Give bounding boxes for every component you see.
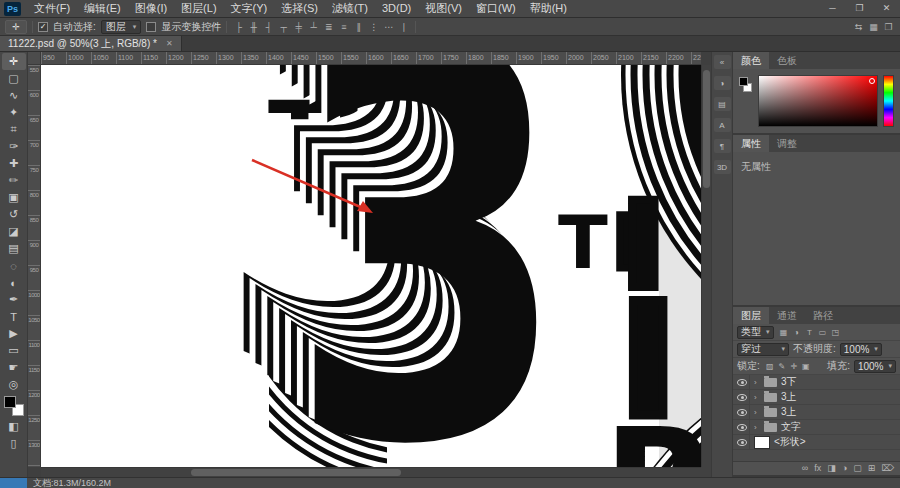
menu-filter[interactable]: 滤镜(T) bbox=[325, 0, 375, 17]
maximize-button[interactable]: ❐ bbox=[846, 0, 873, 17]
visibility-toggle[interactable] bbox=[735, 375, 750, 390]
3d-mode-icon[interactable]: ▦ bbox=[867, 20, 880, 33]
layer-thumbnail[interactable] bbox=[754, 436, 770, 449]
distribute-horizontal-icon[interactable]: ∥ bbox=[352, 20, 365, 33]
expand-group-icon[interactable]: › bbox=[754, 423, 760, 432]
fill-dropdown[interactable]: 100% ▾ bbox=[854, 360, 896, 373]
dodge-tool[interactable]: ◐ bbox=[2, 274, 26, 291]
delete-layer-icon[interactable]: ⌦ bbox=[881, 462, 894, 475]
path-selection-tool[interactable]: ▶ bbox=[2, 325, 26, 342]
distribute-center-icon[interactable]: ⋯ bbox=[382, 20, 395, 33]
collapse-dock-icon[interactable]: « bbox=[714, 55, 731, 69]
hand-tool[interactable]: ☛ bbox=[2, 359, 26, 376]
tab-layers[interactable]: 图层 bbox=[733, 307, 769, 324]
screen-mode-button[interactable]: ▯ bbox=[2, 435, 26, 452]
minimize-button[interactable]: ─ bbox=[819, 0, 846, 17]
menu-edit[interactable]: 编辑(E) bbox=[77, 0, 128, 17]
close-button[interactable]: ✕ bbox=[873, 0, 900, 17]
document-tab[interactable]: 11222.psd @ 50%(3 上, RGB/8) * ✕ bbox=[0, 36, 182, 51]
align-right-edges-icon[interactable]: ┤ bbox=[262, 20, 275, 33]
filter-smart-objects-icon[interactable]: ◳ bbox=[830, 326, 842, 338]
distribute-left-icon[interactable]: ⋮ bbox=[367, 20, 380, 33]
eraser-tool[interactable]: ◪ bbox=[2, 223, 26, 240]
menu-type[interactable]: 文字(Y) bbox=[224, 0, 275, 17]
history-brush-tool[interactable]: ↺ bbox=[2, 206, 26, 223]
gradient-tool[interactable]: ▤ bbox=[2, 240, 26, 257]
filter-adjustment-layers-icon[interactable]: ◑ bbox=[791, 326, 803, 338]
layer-mask-icon[interactable]: ◨ bbox=[827, 462, 836, 475]
quick-mask-button[interactable]: ◧ bbox=[2, 418, 26, 435]
horizontal-scrollbar-thumb[interactable] bbox=[191, 469, 401, 476]
layer-group-3-top[interactable]: › 3上 bbox=[733, 390, 900, 405]
auto-select-dropdown[interactable]: 图层 ▾ bbox=[101, 20, 142, 34]
tab-properties[interactable]: 属性 bbox=[733, 135, 769, 152]
visibility-toggle[interactable] bbox=[735, 390, 750, 405]
eyedropper-tool[interactable]: ✑ bbox=[2, 138, 26, 155]
layer-shape[interactable]: › <形状> bbox=[733, 435, 900, 450]
tab-swatches[interactable]: 色板 bbox=[769, 52, 805, 69]
auto-align-icon[interactable]: ⇆ bbox=[852, 20, 865, 33]
rectangle-tool[interactable]: ▭ bbox=[2, 342, 26, 359]
tab-adjustments[interactable]: 调整 bbox=[769, 135, 805, 152]
menu-select[interactable]: 选择(S) bbox=[274, 0, 325, 17]
menu-window[interactable]: 窗口(W) bbox=[469, 0, 523, 17]
new-layer-icon[interactable]: ⊞ bbox=[868, 462, 876, 475]
expand-group-icon[interactable]: › bbox=[754, 408, 760, 417]
filter-pixel-layers-icon[interactable]: ▦ bbox=[778, 326, 790, 338]
tab-paths[interactable]: 路径 bbox=[805, 307, 841, 324]
lock-position-icon[interactable]: ✛ bbox=[788, 360, 800, 372]
menu-image[interactable]: 图像(I) bbox=[128, 0, 174, 17]
styles-panel-icon[interactable]: ▤ bbox=[714, 97, 731, 111]
pen-tool[interactable]: ✒ bbox=[2, 291, 26, 308]
lock-all-icon[interactable]: ▣ bbox=[800, 360, 812, 372]
rectangular-marquee-tool[interactable]: ▢ bbox=[2, 70, 26, 87]
foreground-color-swatch[interactable] bbox=[4, 396, 16, 408]
quick-selection-tool[interactable]: ✦ bbox=[2, 104, 26, 121]
align-vertical-centers-icon[interactable]: ╪ bbox=[292, 20, 305, 33]
align-left-edges-icon[interactable]: ├ bbox=[232, 20, 245, 33]
distribute-vertical-icon[interactable]: ≡ bbox=[337, 20, 350, 33]
horizontal-type-tool[interactable]: T bbox=[2, 308, 26, 325]
brush-tool[interactable]: ✏ bbox=[2, 172, 26, 189]
expand-group-icon[interactable]: › bbox=[754, 393, 760, 402]
tool-preset-icon[interactable]: ✛ bbox=[5, 20, 27, 34]
adjustments-panel-icon[interactable]: ◑ bbox=[714, 76, 731, 90]
spot-healing-brush-tool[interactable]: ✚ bbox=[2, 155, 26, 172]
lasso-tool[interactable]: ∿ bbox=[2, 87, 26, 104]
distribute-right-icon[interactable]: ∣ bbox=[397, 20, 410, 33]
filter-type-layers-icon[interactable]: T bbox=[804, 326, 816, 338]
vertical-scrollbar[interactable] bbox=[701, 65, 711, 467]
hue-slider[interactable] bbox=[883, 75, 894, 127]
menu-file[interactable]: 文件(F) bbox=[27, 0, 77, 17]
3d-panel-icon[interactable]: 3D bbox=[714, 160, 731, 174]
blur-tool[interactable]: ◌ bbox=[2, 257, 26, 274]
adjustment-layer-icon[interactable]: ◑ bbox=[842, 462, 847, 475]
new-group-icon[interactable]: ▢ bbox=[853, 462, 862, 475]
show-transform-checkbox[interactable]: · bbox=[146, 22, 156, 32]
filter-shape-layers-icon[interactable]: ▭ bbox=[817, 326, 829, 338]
foreground-swatch-icon[interactable] bbox=[739, 77, 748, 86]
auto-select-checkbox[interactable]: ✓ bbox=[38, 22, 48, 32]
clone-stamp-tool[interactable]: ▣ bbox=[2, 189, 26, 206]
align-horizontal-centers-icon[interactable]: ╫ bbox=[247, 20, 260, 33]
visibility-toggle[interactable] bbox=[735, 435, 750, 450]
close-tab-icon[interactable]: ✕ bbox=[166, 39, 173, 48]
visibility-toggle[interactable] bbox=[735, 405, 750, 420]
character-panel-icon[interactable]: A bbox=[714, 118, 731, 132]
saturation-brightness-field[interactable] bbox=[758, 75, 878, 127]
link-layers-icon[interactable]: ∞ bbox=[802, 462, 808, 475]
blend-mode-dropdown[interactable]: 穿过 ▾ bbox=[737, 343, 789, 356]
expand-group-icon[interactable]: › bbox=[754, 378, 760, 387]
opacity-dropdown[interactable]: 100% ▾ bbox=[840, 343, 882, 356]
layer-style-icon[interactable]: fx bbox=[814, 462, 821, 475]
lock-pixels-icon[interactable]: ✎ bbox=[776, 360, 788, 372]
layer-group-text[interactable]: › 文字 bbox=[733, 420, 900, 435]
crop-tool[interactable]: ⌗ bbox=[2, 121, 26, 138]
distribute-top-icon[interactable]: ≣ bbox=[322, 20, 335, 33]
layer-group-3-bottom[interactable]: › 3下 bbox=[733, 375, 900, 390]
paragraph-panel-icon[interactable]: ¶ bbox=[714, 139, 731, 153]
vertical-scrollbar-thumb[interactable] bbox=[703, 70, 710, 188]
zoom-tool[interactable]: ◎ bbox=[2, 376, 26, 393]
foreground-background-swatches[interactable] bbox=[738, 75, 753, 127]
menu-layer[interactable]: 图层(L) bbox=[174, 0, 223, 17]
